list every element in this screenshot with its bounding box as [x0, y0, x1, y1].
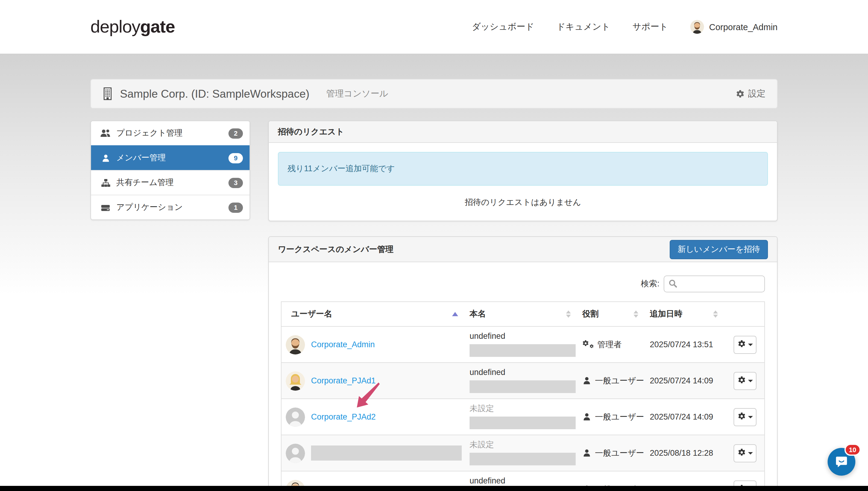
page: deploygate ダッシュボード ドキュメント サポート Corporate… — [0, 0, 868, 491]
cell-actions — [722, 435, 764, 471]
redacted-real-name-box — [470, 453, 576, 465]
nav-dashboard-link[interactable]: ダッシュボード — [472, 21, 534, 33]
search-label: 検索: — [641, 279, 659, 289]
cell-real-name: undefined — [462, 327, 575, 362]
real-name-text: undefined — [470, 476, 570, 486]
cell-username: Corporate_PJAd1 — [281, 363, 462, 399]
redacted-real-name-box — [470, 416, 576, 429]
row-settings-dropdown-button[interactable] — [734, 336, 756, 353]
cell-role: 一般ユーザー — [575, 363, 642, 399]
workspace-subtitle: 管理コンソール — [326, 88, 388, 99]
role-label: 一般ユーザー — [595, 411, 644, 422]
gear-icon — [738, 376, 745, 385]
cell-added-at: 2025/07/24 14:09 — [642, 363, 722, 399]
sidebar-item-user[interactable]: メンバー管理 9 — [91, 145, 249, 170]
avatar — [286, 371, 305, 390]
nav-support-link[interactable]: サポート — [633, 21, 668, 33]
user-menu[interactable]: Corporate_Admin — [690, 20, 778, 34]
sidebar-item-users[interactable]: プロジェクト管理 2 — [91, 121, 249, 145]
member-table-row: Corporate_Admin undefined 管理者 2025/07/24… — [281, 326, 764, 362]
user-avatar — [690, 20, 705, 34]
redacted-username-box — [311, 445, 462, 461]
user-icon — [582, 449, 591, 458]
member-search-input[interactable] — [664, 276, 765, 292]
user-name: Corporate_Admin — [709, 22, 778, 32]
role-label: 一般ユーザー — [595, 375, 644, 386]
real-name-text: undefined — [470, 368, 570, 377]
added-at-text: 2025/07/24 14:09 — [650, 376, 713, 385]
column-header[interactable]: 本名 — [462, 302, 575, 326]
cell-actions — [722, 399, 764, 435]
column-header — [722, 302, 764, 326]
logo-text-bold: gate — [140, 17, 175, 36]
cell-role: 一般ユーザー — [575, 399, 642, 435]
real-name-text: undefined — [470, 331, 570, 341]
users-icon — [100, 128, 111, 138]
top-nav-links: ダッシュボード ドキュメント サポート Corporate_Admin — [472, 20, 778, 34]
chat-launcher-button[interactable]: 10 — [828, 448, 855, 475]
role-label: 一般ユーザー — [595, 447, 644, 458]
role-label: 管理者 — [597, 339, 622, 350]
caret-down-icon — [748, 416, 753, 418]
user-icon — [582, 376, 591, 385]
members-table-header: ユーザー名本名役割追加日時 — [281, 302, 764, 326]
sort-both-icon — [566, 311, 571, 318]
gear-icon — [738, 340, 745, 349]
username-link[interactable]: Corporate_PJAd1 — [311, 376, 376, 385]
user-icon — [582, 412, 591, 422]
members-remaining-alert: 残り11メンバー追加可能です — [278, 152, 768, 186]
count-badge: 3 — [229, 177, 243, 188]
nav-docs-link[interactable]: ドキュメント — [557, 21, 610, 33]
cell-added-at: 2025/08/18 12:28 — [642, 435, 722, 471]
row-settings-dropdown-button[interactable] — [734, 444, 756, 462]
deploygate-logo[interactable]: deploygate — [90, 17, 175, 37]
gears-icon — [582, 339, 594, 350]
cell-role: 管理者 — [575, 327, 642, 362]
members-panel-body: 検索: ユーザー名本名役割追加日時 Corporate_Admin — [269, 262, 777, 491]
count-badge: 9 — [229, 153, 243, 163]
added-at-text: 2025/08/18 12:28 — [650, 449, 713, 458]
row-settings-dropdown-button[interactable] — [734, 408, 756, 426]
cell-role: 一般ユーザー — [575, 435, 642, 471]
invite-new-member-button[interactable]: 新しいメンバーを招待 — [670, 240, 768, 259]
row-settings-dropdown-button[interactable] — [734, 372, 756, 390]
column-header[interactable]: ユーザー名 — [281, 302, 462, 326]
members-panel-heading: ワークスペースのメンバー管理 新しいメンバーを招待 — [269, 237, 777, 262]
settings-label: 設定 — [748, 88, 766, 99]
redacted-real-name-box — [470, 344, 576, 357]
count-badge: 2 — [229, 128, 243, 138]
invite-panel-body: 残り11メンバー追加可能です 招待のリクエストはありません — [269, 143, 777, 208]
real-name-text: 未設定 — [470, 404, 570, 413]
cell-username: Corporate_Admin — [281, 327, 462, 362]
top-navbar: deploygate ダッシュボード ドキュメント サポート Corporate… — [0, 0, 868, 54]
avatar — [286, 335, 305, 354]
gear-icon — [738, 448, 745, 458]
cell-actions — [722, 363, 764, 399]
sort-both-icon — [713, 311, 718, 318]
username-link[interactable]: Corporate_Admin — [311, 340, 375, 349]
member-table-row: 未設定 一般ユーザー 2025/08/18 12:28 — [281, 435, 764, 471]
sort-both-icon — [633, 311, 638, 318]
cell-real-name: 未設定 — [462, 435, 575, 471]
sidebar-item-hdd[interactable]: アプリケーション 1 — [91, 195, 249, 220]
avatar — [286, 407, 305, 427]
redacted-real-name-box — [470, 380, 576, 393]
member-table-row: Corporate_PJAd1 undefined 一般ユーザー 2025/07… — [281, 362, 764, 399]
user-icon — [100, 153, 111, 163]
logo-text-light: deploy — [90, 17, 140, 36]
added-at-text: 2025/07/24 13:51 — [650, 340, 713, 349]
sidebar-item-sitemap[interactable]: 共有チーム管理 3 — [91, 170, 249, 195]
username-link[interactable]: Corporate_PJAd2 — [311, 412, 376, 422]
column-header[interactable]: 役割 — [575, 302, 642, 326]
added-at-text: 2025/07/24 14:09 — [650, 412, 713, 422]
invite-empty-message: 招待のリクエストはありません — [278, 197, 768, 208]
invite-requests-panel: 招待のリクエスト 残り11メンバー追加可能です 招待のリクエストはありません — [268, 121, 778, 221]
members-table: ユーザー名本名役割追加日時 Corporate_Admin undefined … — [281, 301, 765, 491]
cell-username — [281, 435, 462, 471]
cell-added-at: 2025/07/24 13:51 — [642, 327, 722, 362]
building-icon — [102, 87, 113, 100]
column-header[interactable]: 追加日時 — [642, 302, 722, 326]
bottom-black-strip — [0, 486, 868, 491]
cell-added-at: 2025/07/24 14:09 — [642, 399, 722, 435]
workspace-settings-button[interactable]: 設定 — [736, 88, 766, 99]
